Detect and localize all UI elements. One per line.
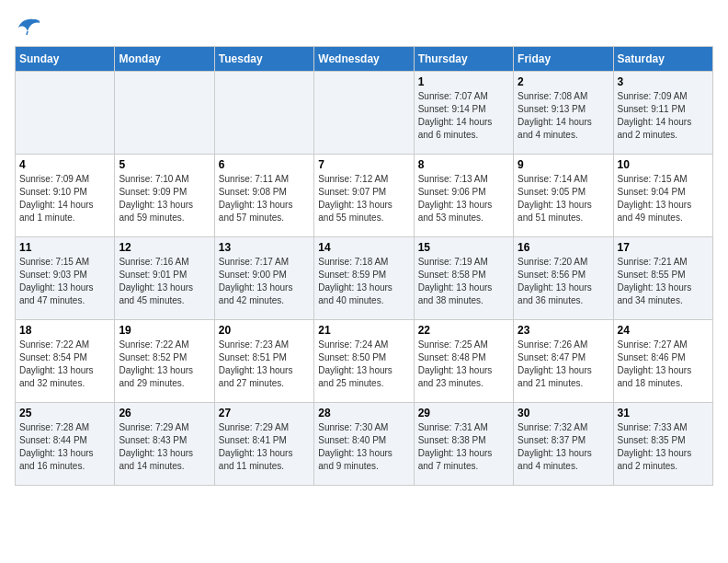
day-number: 15 — [418, 241, 509, 254]
calendar-cell: 21Sunrise: 7:24 AM Sunset: 8:50 PM Dayli… — [314, 320, 414, 403]
day-number: 31 — [618, 407, 709, 419]
day-info: Sunrise: 7:12 AM Sunset: 9:07 PM Dayligh… — [318, 173, 409, 224]
calendar-cell: 8Sunrise: 7:13 AM Sunset: 9:06 PM Daylig… — [414, 155, 513, 237]
day-number: 10 — [618, 158, 709, 171]
day-number: 12 — [119, 241, 210, 254]
day-info: Sunrise: 7:26 AM Sunset: 8:47 PM Dayligh… — [518, 339, 609, 390]
day-info: Sunrise: 7:23 AM Sunset: 8:51 PM Dayligh… — [219, 339, 310, 390]
weekday-header-monday: Monday — [115, 47, 214, 72]
day-info: Sunrise: 7:15 AM Sunset: 9:04 PM Dayligh… — [618, 173, 709, 224]
calendar-table: SundayMondayTuesdayWednesdayThursdayFrid… — [15, 46, 713, 486]
day-number: 24 — [618, 324, 709, 337]
day-number: 7 — [318, 158, 409, 171]
day-info: Sunrise: 7:22 AM Sunset: 8:54 PM Dayligh… — [19, 339, 110, 390]
day-number: 3 — [618, 75, 709, 88]
logo — [15, 15, 44, 35]
calendar-week-3: 11Sunrise: 7:15 AM Sunset: 9:03 PM Dayli… — [16, 237, 713, 320]
calendar-cell: 22Sunrise: 7:25 AM Sunset: 8:48 PM Dayli… — [414, 320, 513, 403]
calendar-cell: 27Sunrise: 7:29 AM Sunset: 8:41 PM Dayli… — [214, 403, 313, 486]
logo-icon — [15, 15, 40, 35]
weekday-header-wednesday: Wednesday — [314, 47, 414, 72]
calendar-cell: 5Sunrise: 7:10 AM Sunset: 9:09 PM Daylig… — [115, 155, 214, 237]
calendar-cell: 20Sunrise: 7:23 AM Sunset: 8:51 PM Dayli… — [214, 320, 313, 403]
calendar-cell: 29Sunrise: 7:31 AM Sunset: 8:38 PM Dayli… — [414, 403, 513, 486]
calendar-cell: 3Sunrise: 7:09 AM Sunset: 9:11 PM Daylig… — [613, 72, 712, 155]
day-number: 9 — [518, 158, 609, 171]
calendar-cell: 9Sunrise: 7:14 AM Sunset: 9:05 PM Daylig… — [514, 155, 613, 237]
weekday-header-sunday: Sunday — [16, 47, 115, 72]
calendar-week-1: 1Sunrise: 7:07 AM Sunset: 9:14 PM Daylig… — [16, 72, 713, 155]
day-info: Sunrise: 7:10 AM Sunset: 9:09 PM Dayligh… — [119, 173, 210, 224]
calendar-cell: 4Sunrise: 7:09 AM Sunset: 9:10 PM Daylig… — [16, 155, 115, 237]
day-number: 8 — [418, 158, 509, 171]
day-number: 18 — [19, 324, 110, 337]
day-info: Sunrise: 7:07 AM Sunset: 9:14 PM Dayligh… — [418, 90, 509, 142]
calendar-cell: 6Sunrise: 7:11 AM Sunset: 9:08 PM Daylig… — [214, 155, 313, 237]
day-number: 4 — [19, 158, 110, 171]
day-number: 26 — [119, 407, 210, 419]
calendar-cell: 15Sunrise: 7:19 AM Sunset: 8:58 PM Dayli… — [414, 237, 513, 320]
day-info: Sunrise: 7:19 AM Sunset: 8:58 PM Dayligh… — [418, 256, 509, 307]
day-number: 22 — [418, 324, 509, 337]
day-number: 11 — [19, 241, 110, 254]
day-info: Sunrise: 7:21 AM Sunset: 8:55 PM Dayligh… — [618, 256, 709, 307]
day-info: Sunrise: 7:25 AM Sunset: 8:48 PM Dayligh… — [418, 339, 509, 390]
day-number: 27 — [219, 407, 310, 419]
calendar-cell: 7Sunrise: 7:12 AM Sunset: 9:07 PM Daylig… — [314, 155, 414, 237]
day-number: 6 — [219, 158, 310, 171]
day-info: Sunrise: 7:33 AM Sunset: 8:35 PM Dayligh… — [618, 421, 709, 473]
day-info: Sunrise: 7:30 AM Sunset: 8:40 PM Dayligh… — [318, 421, 409, 473]
calendar-cell: 28Sunrise: 7:30 AM Sunset: 8:40 PM Dayli… — [314, 403, 414, 486]
day-number: 23 — [518, 324, 609, 337]
day-info: Sunrise: 7:09 AM Sunset: 9:10 PM Dayligh… — [19, 173, 110, 224]
calendar-cell: 31Sunrise: 7:33 AM Sunset: 8:35 PM Dayli… — [613, 403, 712, 486]
calendar-week-4: 18Sunrise: 7:22 AM Sunset: 8:54 PM Dayli… — [16, 320, 713, 403]
day-info: Sunrise: 7:31 AM Sunset: 8:38 PM Dayligh… — [418, 421, 509, 473]
calendar-cell — [16, 72, 115, 155]
calendar-cell: 23Sunrise: 7:26 AM Sunset: 8:47 PM Dayli… — [514, 320, 613, 403]
calendar-cell: 11Sunrise: 7:15 AM Sunset: 9:03 PM Dayli… — [16, 237, 115, 320]
day-info: Sunrise: 7:08 AM Sunset: 9:13 PM Dayligh… — [518, 90, 609, 142]
calendar-week-2: 4Sunrise: 7:09 AM Sunset: 9:10 PM Daylig… — [16, 155, 713, 237]
calendar-header-row: SundayMondayTuesdayWednesdayThursdayFrid… — [16, 47, 713, 72]
day-number: 2 — [518, 75, 609, 88]
calendar-cell — [314, 72, 414, 155]
calendar-cell: 16Sunrise: 7:20 AM Sunset: 8:56 PM Dayli… — [514, 237, 613, 320]
day-number: 25 — [19, 407, 110, 419]
calendar-cell: 12Sunrise: 7:16 AM Sunset: 9:01 PM Dayli… — [115, 237, 214, 320]
day-number: 17 — [618, 241, 709, 254]
calendar-cell: 2Sunrise: 7:08 AM Sunset: 9:13 PM Daylig… — [514, 72, 613, 155]
weekday-header-thursday: Thursday — [414, 47, 513, 72]
day-info: Sunrise: 7:27 AM Sunset: 8:46 PM Dayligh… — [618, 339, 709, 390]
day-info: Sunrise: 7:32 AM Sunset: 8:37 PM Dayligh… — [518, 421, 609, 473]
day-info: Sunrise: 7:22 AM Sunset: 8:52 PM Dayligh… — [119, 339, 210, 390]
day-info: Sunrise: 7:17 AM Sunset: 9:00 PM Dayligh… — [219, 256, 310, 307]
day-info: Sunrise: 7:29 AM Sunset: 8:41 PM Dayligh… — [219, 421, 310, 473]
day-info: Sunrise: 7:09 AM Sunset: 9:11 PM Dayligh… — [618, 90, 709, 142]
day-info: Sunrise: 7:24 AM Sunset: 8:50 PM Dayligh… — [318, 339, 409, 390]
day-number: 30 — [518, 407, 609, 419]
calendar-cell: 24Sunrise: 7:27 AM Sunset: 8:46 PM Dayli… — [613, 320, 712, 403]
weekday-header-tuesday: Tuesday — [214, 47, 313, 72]
day-info: Sunrise: 7:16 AM Sunset: 9:01 PM Dayligh… — [119, 256, 210, 307]
day-number: 16 — [518, 241, 609, 254]
calendar-cell: 18Sunrise: 7:22 AM Sunset: 8:54 PM Dayli… — [16, 320, 115, 403]
day-number: 14 — [318, 241, 409, 254]
day-number: 5 — [119, 158, 210, 171]
calendar-cell: 10Sunrise: 7:15 AM Sunset: 9:04 PM Dayli… — [613, 155, 712, 237]
day-info: Sunrise: 7:29 AM Sunset: 8:43 PM Dayligh… — [119, 421, 210, 473]
day-number: 28 — [318, 407, 409, 419]
day-info: Sunrise: 7:13 AM Sunset: 9:06 PM Dayligh… — [418, 173, 509, 224]
calendar-cell: 25Sunrise: 7:28 AM Sunset: 8:44 PM Dayli… — [16, 403, 115, 486]
calendar-cell: 19Sunrise: 7:22 AM Sunset: 8:52 PM Dayli… — [115, 320, 214, 403]
day-number: 1 — [418, 75, 509, 88]
calendar-week-5: 25Sunrise: 7:28 AM Sunset: 8:44 PM Dayli… — [16, 403, 713, 486]
calendar-cell: 13Sunrise: 7:17 AM Sunset: 9:00 PM Dayli… — [214, 237, 313, 320]
weekday-header-saturday: Saturday — [613, 47, 712, 72]
day-number: 21 — [318, 324, 409, 337]
day-number: 13 — [219, 241, 310, 254]
day-info: Sunrise: 7:18 AM Sunset: 8:59 PM Dayligh… — [318, 256, 409, 307]
day-number: 29 — [418, 407, 509, 419]
page-header — [15, 15, 713, 35]
weekday-header-friday: Friday — [514, 47, 613, 72]
